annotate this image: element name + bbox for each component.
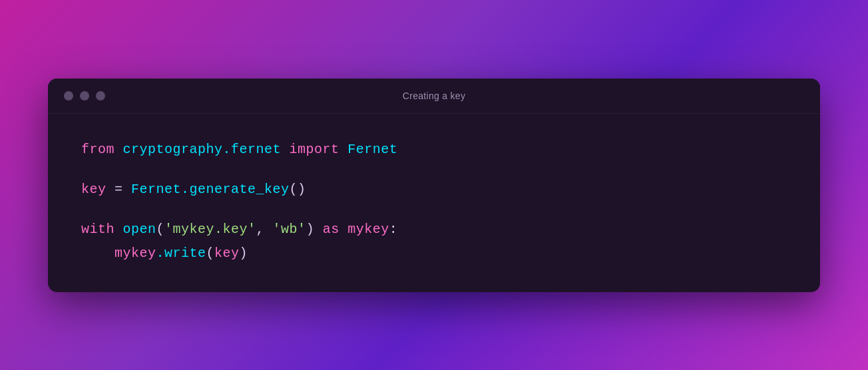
titlebar: Creating a key bbox=[48, 79, 820, 114]
builtin-open: open bbox=[123, 222, 156, 237]
paren2: ( bbox=[156, 222, 165, 237]
dot-fernet: .fernet bbox=[223, 142, 282, 157]
window-title: Creating a key bbox=[403, 91, 465, 101]
keyword-as: as bbox=[323, 222, 339, 237]
minimize-button[interactable] bbox=[80, 91, 89, 100]
paren-open: () bbox=[290, 182, 306, 197]
spacer-2 bbox=[81, 202, 787, 218]
method-write: .write bbox=[156, 246, 206, 261]
keyword-from: from bbox=[81, 142, 114, 157]
space6 bbox=[114, 222, 123, 237]
code-line-5: with open('mykey.key', 'wb') as mykey: bbox=[81, 218, 787, 242]
keyword-with: with bbox=[81, 222, 114, 237]
space5 bbox=[123, 182, 132, 197]
space4 bbox=[107, 182, 115, 197]
op-equals: = bbox=[114, 182, 123, 197]
str-filename: 'mykey.key' bbox=[164, 222, 256, 237]
code-area: from cryptography.fernet import Fernet k… bbox=[48, 114, 820, 292]
comma1: , bbox=[256, 222, 273, 237]
module-cryptography: cryptography bbox=[123, 142, 223, 157]
code-line-3: key = Fernet.generate_key() bbox=[81, 178, 787, 202]
close-button[interactable] bbox=[64, 91, 73, 100]
colon1: : bbox=[389, 222, 398, 237]
space1 bbox=[114, 142, 123, 157]
code-line-1: from cryptography.fernet import Fernet bbox=[81, 138, 787, 162]
var-key2: key bbox=[214, 246, 240, 261]
var-mykey2: mykey bbox=[114, 246, 156, 261]
spacer-1 bbox=[81, 162, 787, 178]
traffic-lights bbox=[64, 91, 105, 100]
method-generate-key: .generate_key bbox=[181, 182, 290, 197]
maximize-button[interactable] bbox=[96, 91, 105, 100]
class-fernet2: Fernet bbox=[131, 182, 181, 197]
code-line-6: mykey.write(key) bbox=[81, 242, 787, 266]
paren3: ) bbox=[306, 222, 315, 237]
var-key: key bbox=[81, 182, 107, 197]
var-mykey: mykey bbox=[347, 222, 389, 237]
code-window: Creating a key from cryptography.fernet … bbox=[48, 79, 820, 292]
keyword-import: import bbox=[290, 142, 339, 157]
paren5: ) bbox=[240, 246, 248, 261]
space7 bbox=[314, 222, 323, 237]
space8 bbox=[339, 222, 348, 237]
indent bbox=[81, 246, 114, 261]
space2 bbox=[281, 142, 290, 157]
str-mode: 'wb' bbox=[273, 222, 306, 237]
class-fernet: Fernet bbox=[347, 142, 397, 157]
paren4: ( bbox=[206, 246, 215, 261]
space3 bbox=[339, 142, 348, 157]
